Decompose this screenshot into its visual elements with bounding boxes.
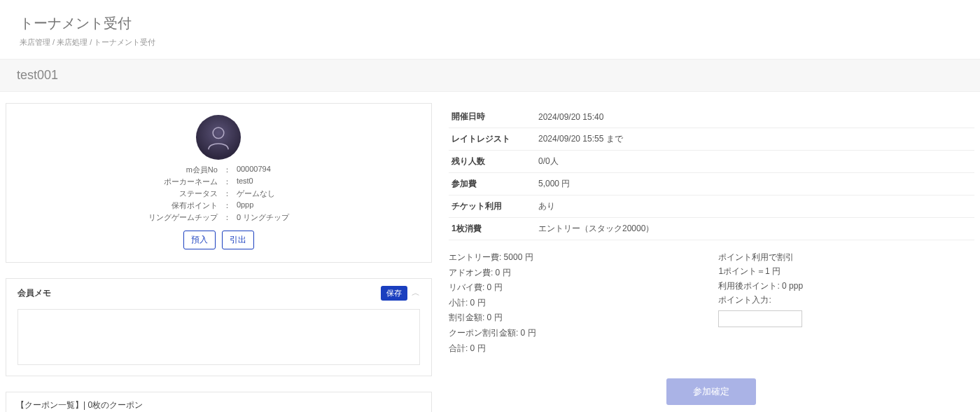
coupon-title: 【クーポン一覧】| 0枚のクーポン — [16, 400, 143, 410]
rebuy-fee: リバイ費: 0 円 — [449, 280, 690, 296]
latereg-value: 2024/09/20 15:55 まで — [533, 128, 974, 151]
tournament-name: test001 — [17, 68, 963, 83]
total-fee: 合計: 0 円 — [449, 341, 690, 357]
ticket-value: あり — [533, 195, 974, 218]
remain-value: 0/0人 — [533, 151, 974, 173]
addon-fee: アドオン費: 0 円 — [449, 266, 690, 281]
member-no-value: 00000794 — [234, 164, 292, 176]
avatar — [196, 115, 241, 160]
points-value: 0ppp — [234, 200, 292, 212]
point-line3: 利用後ポイント: 0 ppp — [718, 279, 974, 293]
discount-fee: 割引金額: 0 円 — [449, 310, 690, 326]
latereg-label: レイトレジスト — [449, 128, 533, 151]
points-label: 保有ポイント — [146, 200, 220, 212]
point-discount-block: ポイント利用で割引 1ポイント＝1 円 利用後ポイント: 0 ppp ポイント入… — [718, 250, 974, 356]
date-label: 開催日時 — [449, 106, 533, 128]
poker-name-label: ポーカーネーム — [146, 176, 220, 188]
table-row: 参加費 5,000 円 — [449, 173, 974, 195]
svg-point-0 — [214, 128, 225, 139]
coupon-discount-fee: クーポン割引金額: 0 円 — [449, 326, 690, 341]
entry-fee: エントリー費: 5000 円 — [449, 250, 690, 266]
ticket-label: チケット利用 — [449, 195, 533, 218]
confirm-button[interactable]: 参加確定 — [666, 378, 756, 405]
ringchip-value: 0 リングチップ — [234, 212, 292, 224]
tournament-detail-table: 開催日時 2024/09/20 15:40 レイトレジスト 2024/09/20… — [449, 106, 974, 240]
memo-textarea[interactable] — [18, 309, 420, 365]
point-input-label: ポイント入力: — [718, 293, 974, 307]
status-value: ゲームなし — [234, 188, 292, 200]
person-icon — [201, 120, 236, 155]
coupon-list-card: 【クーポン一覧】| 0枚のクーポン — [6, 392, 432, 412]
fee-summary: エントリー費: 5000 円 アドオン費: 0 円 リバイ費: 0 円 小計: … — [449, 250, 690, 356]
date-value: 2024/09/20 15:40 — [533, 106, 974, 128]
table-row: 1枚消費 エントリー（スタック20000） — [449, 218, 974, 240]
table-row: 残り人数 0/0人 — [449, 151, 974, 173]
profile-rows: m会員No ： 00000794 ポーカーネーム ： test0 ステータス ：… — [146, 164, 292, 224]
subtotal-fee: 小計: 0 円 — [449, 296, 690, 311]
table-row: レイトレジスト 2024/09/20 15:55 まで — [449, 128, 974, 151]
memo-title: 会員メモ — [18, 287, 51, 299]
withdraw-button[interactable]: 引出 — [222, 231, 254, 249]
consume-label: 1枚消費 — [449, 218, 533, 240]
member-no-label: m会員No — [146, 164, 220, 176]
member-card: m会員No ： 00000794 ポーカーネーム ： test0 ステータス ：… — [6, 103, 432, 263]
fee-value: 5,000 円 — [533, 173, 974, 195]
memo-card: 会員メモ 保存 ︿ — [6, 278, 432, 376]
memo-save-button[interactable]: 保存 — [381, 286, 407, 301]
point-line1: ポイント利用で割引 — [718, 250, 974, 264]
poker-name-value: test0 — [234, 176, 292, 188]
deposit-button[interactable]: 預入 — [183, 231, 216, 249]
chevron-up-icon[interactable]: ︿ — [412, 287, 420, 299]
table-row: チケット利用 あり — [449, 195, 974, 218]
ringchip-label: リングゲームチップ — [146, 212, 220, 224]
page-title: トーナメント受付 — [20, 14, 960, 33]
breadcrumb: 来店管理 / 来店処理 / トーナメント受付 — [20, 37, 960, 48]
fee-label: 参加費 — [449, 173, 533, 195]
consume-value: エントリー（スタック20000） — [533, 218, 974, 240]
point-input[interactable] — [718, 310, 802, 327]
table-row: 開催日時 2024/09/20 15:40 — [449, 106, 974, 128]
status-label: ステータス — [146, 188, 220, 200]
remain-label: 残り人数 — [449, 151, 533, 173]
point-line2: 1ポイント＝1 円 — [718, 264, 974, 278]
